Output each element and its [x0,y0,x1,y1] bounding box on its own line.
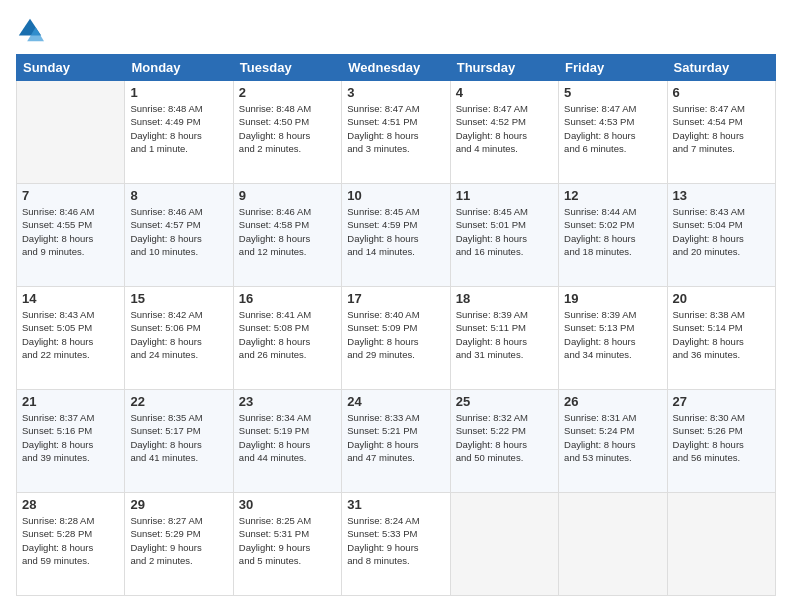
day-number: 11 [456,188,553,203]
calendar-cell: 10Sunrise: 8:45 AM Sunset: 4:59 PM Dayli… [342,184,450,287]
day-number: 24 [347,394,444,409]
calendar-table: SundayMondayTuesdayWednesdayThursdayFrid… [16,54,776,596]
page: SundayMondayTuesdayWednesdayThursdayFrid… [0,0,792,612]
calendar-cell: 8Sunrise: 8:46 AM Sunset: 4:57 PM Daylig… [125,184,233,287]
day-number: 28 [22,497,119,512]
calendar-cell: 26Sunrise: 8:31 AM Sunset: 5:24 PM Dayli… [559,390,667,493]
day-number: 17 [347,291,444,306]
day-info: Sunrise: 8:47 AM Sunset: 4:51 PM Dayligh… [347,102,444,155]
day-info: Sunrise: 8:46 AM Sunset: 4:58 PM Dayligh… [239,205,336,258]
day-number: 22 [130,394,227,409]
calendar-cell: 15Sunrise: 8:42 AM Sunset: 5:06 PM Dayli… [125,287,233,390]
calendar-header-monday: Monday [125,55,233,81]
day-info: Sunrise: 8:44 AM Sunset: 5:02 PM Dayligh… [564,205,661,258]
calendar-cell: 3Sunrise: 8:47 AM Sunset: 4:51 PM Daylig… [342,81,450,184]
day-info: Sunrise: 8:24 AM Sunset: 5:33 PM Dayligh… [347,514,444,567]
day-number: 3 [347,85,444,100]
day-number: 12 [564,188,661,203]
day-info: Sunrise: 8:48 AM Sunset: 4:49 PM Dayligh… [130,102,227,155]
day-info: Sunrise: 8:47 AM Sunset: 4:52 PM Dayligh… [456,102,553,155]
day-info: Sunrise: 8:34 AM Sunset: 5:19 PM Dayligh… [239,411,336,464]
day-info: Sunrise: 8:40 AM Sunset: 5:09 PM Dayligh… [347,308,444,361]
day-info: Sunrise: 8:48 AM Sunset: 4:50 PM Dayligh… [239,102,336,155]
day-number: 14 [22,291,119,306]
day-number: 29 [130,497,227,512]
day-number: 13 [673,188,770,203]
day-info: Sunrise: 8:47 AM Sunset: 4:54 PM Dayligh… [673,102,770,155]
calendar-cell: 27Sunrise: 8:30 AM Sunset: 5:26 PM Dayli… [667,390,775,493]
day-number: 19 [564,291,661,306]
day-number: 25 [456,394,553,409]
calendar-cell: 30Sunrise: 8:25 AM Sunset: 5:31 PM Dayli… [233,493,341,596]
calendar-cell: 5Sunrise: 8:47 AM Sunset: 4:53 PM Daylig… [559,81,667,184]
calendar-week-row: 14Sunrise: 8:43 AM Sunset: 5:05 PM Dayli… [17,287,776,390]
calendar-header-thursday: Thursday [450,55,558,81]
logo [16,16,48,44]
header [16,16,776,44]
calendar-cell: 1Sunrise: 8:48 AM Sunset: 4:49 PM Daylig… [125,81,233,184]
calendar-cell: 4Sunrise: 8:47 AM Sunset: 4:52 PM Daylig… [450,81,558,184]
day-number: 6 [673,85,770,100]
calendar-cell: 29Sunrise: 8:27 AM Sunset: 5:29 PM Dayli… [125,493,233,596]
calendar-cell: 14Sunrise: 8:43 AM Sunset: 5:05 PM Dayli… [17,287,125,390]
calendar-cell [559,493,667,596]
day-info: Sunrise: 8:43 AM Sunset: 5:04 PM Dayligh… [673,205,770,258]
calendar-cell: 2Sunrise: 8:48 AM Sunset: 4:50 PM Daylig… [233,81,341,184]
day-number: 15 [130,291,227,306]
calendar-week-row: 1Sunrise: 8:48 AM Sunset: 4:49 PM Daylig… [17,81,776,184]
calendar-cell: 13Sunrise: 8:43 AM Sunset: 5:04 PM Dayli… [667,184,775,287]
day-info: Sunrise: 8:41 AM Sunset: 5:08 PM Dayligh… [239,308,336,361]
day-number: 1 [130,85,227,100]
day-info: Sunrise: 8:46 AM Sunset: 4:55 PM Dayligh… [22,205,119,258]
calendar-cell: 20Sunrise: 8:38 AM Sunset: 5:14 PM Dayli… [667,287,775,390]
day-number: 30 [239,497,336,512]
calendar-header-friday: Friday [559,55,667,81]
day-info: Sunrise: 8:43 AM Sunset: 5:05 PM Dayligh… [22,308,119,361]
day-info: Sunrise: 8:42 AM Sunset: 5:06 PM Dayligh… [130,308,227,361]
day-info: Sunrise: 8:38 AM Sunset: 5:14 PM Dayligh… [673,308,770,361]
calendar-header-sunday: Sunday [17,55,125,81]
day-number: 26 [564,394,661,409]
day-number: 23 [239,394,336,409]
calendar-cell: 25Sunrise: 8:32 AM Sunset: 5:22 PM Dayli… [450,390,558,493]
calendar-cell: 17Sunrise: 8:40 AM Sunset: 5:09 PM Dayli… [342,287,450,390]
calendar-cell: 7Sunrise: 8:46 AM Sunset: 4:55 PM Daylig… [17,184,125,287]
day-info: Sunrise: 8:28 AM Sunset: 5:28 PM Dayligh… [22,514,119,567]
day-number: 27 [673,394,770,409]
day-number: 7 [22,188,119,203]
calendar-cell: 24Sunrise: 8:33 AM Sunset: 5:21 PM Dayli… [342,390,450,493]
calendar-cell: 18Sunrise: 8:39 AM Sunset: 5:11 PM Dayli… [450,287,558,390]
calendar-week-row: 7Sunrise: 8:46 AM Sunset: 4:55 PM Daylig… [17,184,776,287]
calendar-week-row: 21Sunrise: 8:37 AM Sunset: 5:16 PM Dayli… [17,390,776,493]
day-info: Sunrise: 8:30 AM Sunset: 5:26 PM Dayligh… [673,411,770,464]
day-info: Sunrise: 8:33 AM Sunset: 5:21 PM Dayligh… [347,411,444,464]
calendar-cell [17,81,125,184]
calendar-header-saturday: Saturday [667,55,775,81]
day-info: Sunrise: 8:45 AM Sunset: 4:59 PM Dayligh… [347,205,444,258]
calendar-cell: 19Sunrise: 8:39 AM Sunset: 5:13 PM Dayli… [559,287,667,390]
calendar-cell [667,493,775,596]
day-info: Sunrise: 8:45 AM Sunset: 5:01 PM Dayligh… [456,205,553,258]
calendar-cell: 31Sunrise: 8:24 AM Sunset: 5:33 PM Dayli… [342,493,450,596]
day-number: 31 [347,497,444,512]
calendar-cell: 12Sunrise: 8:44 AM Sunset: 5:02 PM Dayli… [559,184,667,287]
calendar-cell: 28Sunrise: 8:28 AM Sunset: 5:28 PM Dayli… [17,493,125,596]
logo-icon [16,16,44,44]
calendar-cell: 6Sunrise: 8:47 AM Sunset: 4:54 PM Daylig… [667,81,775,184]
day-info: Sunrise: 8:39 AM Sunset: 5:13 PM Dayligh… [564,308,661,361]
day-number: 5 [564,85,661,100]
day-info: Sunrise: 8:31 AM Sunset: 5:24 PM Dayligh… [564,411,661,464]
day-info: Sunrise: 8:35 AM Sunset: 5:17 PM Dayligh… [130,411,227,464]
day-number: 16 [239,291,336,306]
calendar-header-wednesday: Wednesday [342,55,450,81]
day-number: 10 [347,188,444,203]
calendar-header-row: SundayMondayTuesdayWednesdayThursdayFrid… [17,55,776,81]
calendar-header-tuesday: Tuesday [233,55,341,81]
day-number: 18 [456,291,553,306]
calendar-cell: 16Sunrise: 8:41 AM Sunset: 5:08 PM Dayli… [233,287,341,390]
calendar-cell: 11Sunrise: 8:45 AM Sunset: 5:01 PM Dayli… [450,184,558,287]
day-number: 2 [239,85,336,100]
calendar-week-row: 28Sunrise: 8:28 AM Sunset: 5:28 PM Dayli… [17,493,776,596]
day-number: 21 [22,394,119,409]
day-info: Sunrise: 8:32 AM Sunset: 5:22 PM Dayligh… [456,411,553,464]
